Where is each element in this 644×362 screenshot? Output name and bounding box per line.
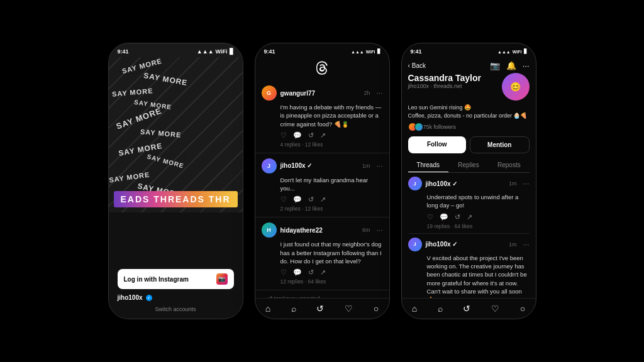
post-stats-3: 12 replies · 64 likes (262, 278, 383, 285)
post-menu-1[interactable]: ··· (376, 89, 382, 97)
post-header-3: H hidayathere22 6m ··· (262, 222, 383, 238)
profile-post-username-2: jiho100x ✓ (426, 241, 458, 248)
switch-accounts-button[interactable]: Switch accounts (118, 306, 234, 312)
back-button[interactable]: ‹ Back (408, 62, 426, 69)
phone-1: 9:41 ▲▲▲ WiFi ▊ SAY MORE SAY MORE SAY MO… (108, 43, 243, 319)
back-label: Back (412, 62, 426, 69)
bio-line1: Leo sun Gemini rising 🤩 (408, 104, 530, 112)
profile-bio: Leo sun Gemini rising 🤩 Coffee, pizza, d… (408, 104, 530, 119)
login-bg: SAY MORE SAY MORE SAY MORE SAY MORE SAY … (109, 57, 243, 263)
repost-nav-icon-3[interactable]: ↺ (463, 304, 470, 314)
mini-avatar-2: J (408, 238, 422, 251)
repost-icon-3[interactable]: ↺ (308, 268, 314, 277)
feed-post-2: J jiho100x ✓ 1m ··· Don't let my Italian… (255, 153, 389, 218)
profile-post-time-1: 1m (509, 180, 517, 187)
instagram-link-icon[interactable]: 📷 (490, 61, 500, 70)
signal-icon-2: ▲▲▲ (351, 50, 364, 54)
comment-icon-1[interactable]: 💬 (293, 131, 302, 140)
comment-icon-3[interactable]: 💬 (293, 268, 302, 277)
post-actions-3: ♡ 💬 ↺ ↗ (262, 268, 383, 277)
knot-background: SAY MORE SAY MORE SAY MORE SAY MORE SAY … (109, 57, 243, 212)
signal-icon-3: ▲▲▲ (497, 50, 511, 54)
post-actions-2: ♡ 💬 ↺ ↗ (262, 195, 383, 204)
profile-post-actions-1: ♡ 💬 ↺ ↗ (408, 213, 530, 221)
feed-post-4: ↺ tarekoyou reposted A aimi.allover 2h ·… (255, 290, 389, 298)
tab-reposts[interactable]: Reposts (489, 158, 529, 172)
heart-nav-icon-3[interactable]: ♡ (491, 304, 499, 314)
like-icon-2[interactable]: ♡ (280, 195, 287, 204)
profile-nav-icon-3[interactable]: ○ (520, 304, 525, 314)
comment-icon-2[interactable]: 💬 (293, 195, 302, 204)
status-icons-3: ▲▲▲ WiFi ▊ (497, 49, 527, 54)
share-icon-p1[interactable]: ↗ (467, 213, 472, 221)
time-3: 9:41 (411, 48, 422, 55)
like-icon-p1[interactable]: ♡ (427, 213, 433, 221)
tab-threads[interactable]: Threads (408, 158, 448, 172)
profile-post-menu-2[interactable]: ··· (523, 240, 529, 249)
follow-button[interactable]: Follow (408, 136, 467, 153)
instagram-icon: 📷 (216, 273, 228, 285)
battery-icon: ▊ (230, 48, 234, 55)
wifi-icon-2: WiFi (366, 50, 375, 54)
wifi-icon: WiFi (216, 48, 228, 55)
profile-handle: jiho100x · threads.net (408, 83, 481, 89)
profile-post-menu-1[interactable]: ··· (523, 179, 529, 188)
login-bottom: Log in with Instagram 📷 jiho100x ✓ Switc… (109, 263, 243, 319)
feed-header (255, 57, 389, 80)
post-time-1: 2h (364, 90, 370, 96)
profile-info: Cassandra Taylor jiho100x · threads.net (408, 73, 481, 89)
search-nav-icon[interactable]: ⌕ (291, 304, 296, 314)
post-actions-1: ♡ 💬 ↺ ↗ (262, 131, 383, 140)
post-time-2: 1m (362, 163, 370, 169)
like-icon-3[interactable]: ♡ (280, 268, 287, 277)
profile-post-body-2: V excited about the project I've been wo… (408, 254, 530, 298)
post-header-2: J jiho100x ✓ 1m ··· (262, 158, 383, 173)
more-icon[interactable]: ··· (523, 61, 530, 70)
home-nav-icon-3[interactable]: ⌂ (412, 304, 417, 314)
profile-post-header-1: J jiho100x ✓ 1m ··· (408, 177, 530, 190)
profile-post-header-2: J jiho100x ✓ 1m ··· (408, 238, 530, 251)
profile-nav-icon[interactable]: ○ (374, 304, 379, 314)
follower-avatar-2 (414, 123, 423, 131)
post-body-1: I'm having a debate with my friends — is… (262, 103, 383, 128)
home-nav-icon[interactable]: ⌂ (265, 304, 270, 314)
repost-icon-p1[interactable]: ↺ (455, 213, 460, 221)
tab-replies[interactable]: Replies (448, 158, 489, 172)
comment-icon-p1[interactable]: 💬 (440, 213, 448, 221)
status-icons-1: ▲▲▲ WiFi ▊ (197, 48, 234, 55)
repost-nav-icon[interactable]: ↺ (316, 304, 324, 314)
post-menu-2[interactable]: ··· (376, 162, 382, 170)
post-menu-3[interactable]: ··· (376, 226, 382, 234)
status-bar-1: 9:41 ▲▲▲ WiFi ▊ (109, 43, 243, 57)
notification-icon[interactable]: 🔔 (506, 61, 516, 70)
profile-content: Cassandra Taylor jiho100x · threads.net … (402, 73, 536, 298)
mention-button[interactable]: Mention (470, 136, 530, 153)
like-icon-1[interactable]: ♡ (280, 131, 287, 140)
profile-post-stats-1: 19 replies · 64 likes (408, 223, 530, 229)
search-nav-icon-3[interactable]: ⌕ (438, 304, 443, 314)
battery-icon-3: ▊ (524, 49, 527, 54)
repost-icon-1[interactable]: ↺ (308, 131, 314, 140)
profile-post-1: J jiho100x ✓ 1m ··· Underrated spots to … (408, 177, 530, 234)
profile-nav-header: ‹ Back 📷 🔔 ··· (402, 57, 536, 73)
wifi-icon-3: WiFi (513, 50, 522, 54)
username-jiho: jiho100x ✓ (280, 162, 313, 169)
profile-tabs: Threads Replies Reposts (408, 158, 530, 173)
login-with-instagram-button[interactable]: Log in with Instagram 📷 (118, 269, 234, 289)
time-1: 9:41 (118, 48, 129, 55)
followers-count: 75k followers (423, 124, 457, 130)
username-row: jiho100x ✓ (118, 294, 234, 301)
signal-icon: ▲▲▲ (197, 48, 214, 55)
heart-nav-icon[interactable]: ♡ (345, 304, 353, 314)
profile-post-2: J jiho100x ✓ 1m ··· V excited about the … (408, 238, 530, 298)
battery-icon-2: ▊ (377, 49, 380, 54)
feed-bottom-nav: ⌂ ⌕ ↺ ♡ ○ (255, 298, 389, 319)
time-2: 9:41 (264, 48, 275, 55)
threads-logo (315, 61, 329, 78)
share-icon-2[interactable]: ↗ (320, 195, 326, 204)
share-icon-3[interactable]: ↗ (320, 268, 326, 277)
repost-icon-2[interactable]: ↺ (308, 195, 314, 204)
share-icon-1[interactable]: ↗ (320, 131, 326, 140)
phones-container: 9:41 ▲▲▲ WiFi ▊ SAY MORE SAY MORE SAY MO… (108, 43, 536, 319)
feed-content: G gwangurl77 2h ··· I'm having a debate … (255, 80, 389, 298)
